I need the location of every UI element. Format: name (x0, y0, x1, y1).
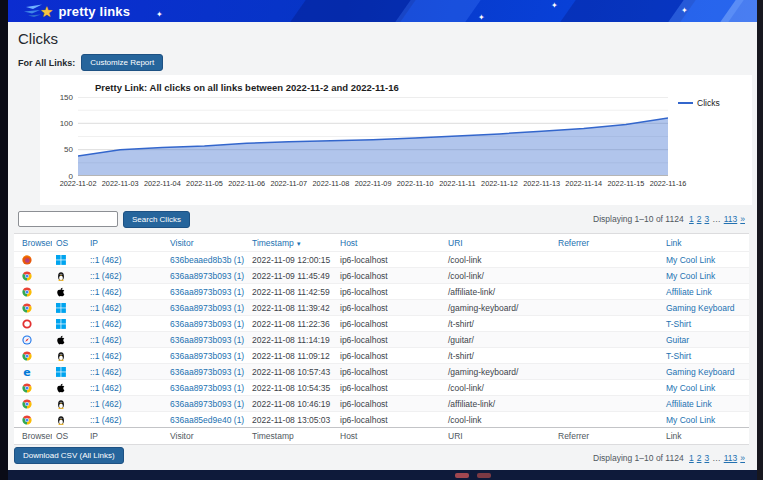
cell-ip[interactable]: ::1 (462) (86, 287, 166, 297)
column-header-os: OS (52, 431, 86, 441)
cell-link[interactable]: T-Shirt (662, 351, 749, 361)
page-link-1[interactable]: 1 (689, 453, 694, 463)
cell-link[interactable]: Gaming Keyboard (662, 367, 749, 377)
cell-ip[interactable]: ::1 (462) (86, 351, 166, 361)
cell-link[interactable]: Gaming Keyboard (662, 303, 749, 313)
column-header-referrer[interactable]: Referrer (554, 238, 662, 248)
next-page-link[interactable]: » (740, 214, 745, 224)
column-header-timestamp[interactable]: Timestamp▼ (248, 238, 336, 248)
chart-x-axis: 2022-11-022022-11-032022-11-042022-11-05… (57, 179, 689, 188)
sort-desc-icon: ▼ (296, 241, 302, 247)
page-link-2[interactable]: 2 (697, 214, 702, 224)
page-link-3[interactable]: 3 (704, 453, 709, 463)
pretty-links-logo: ★ pretty links (24, 2, 130, 20)
cell-visitor[interactable]: 636aa8973b093 (1) (166, 287, 248, 297)
cell-browser (14, 270, 52, 281)
column-header-os[interactable]: OS (52, 238, 86, 248)
cell-link[interactable]: My Cool Link (662, 255, 749, 265)
cell-visitor[interactable]: 636aa8973b093 (1) (166, 319, 248, 329)
cell-ip[interactable]: ::1 (462) (86, 303, 166, 313)
cell-host: ip6-localhost (336, 271, 444, 281)
customize-report-button[interactable]: Customize Report (81, 54, 163, 71)
cell-uri: /affiliate-link/ (444, 287, 554, 297)
cell-host: ip6-localhost (336, 319, 444, 329)
firefox-icon (22, 255, 32, 265)
cell-link[interactable]: My Cool Link (662, 271, 749, 281)
page-link-2[interactable]: 2 (697, 453, 702, 463)
page-link-3[interactable]: 3 (704, 214, 709, 224)
cell-ip[interactable]: ::1 (462) (86, 383, 166, 393)
column-header-uri[interactable]: URI (444, 238, 554, 248)
cell-link[interactable]: Affiliate Link (662, 287, 749, 297)
star-icon: ★ (40, 4, 53, 19)
cell-link[interactable]: Guitar (662, 335, 749, 345)
cell-browser (14, 334, 52, 345)
x-axis-tick: 2022-11-06 (226, 179, 268, 188)
cell-visitor[interactable]: 636aa85ed9e40 (1) (166, 415, 248, 425)
cell-browser (14, 414, 52, 425)
column-header-ip[interactable]: IP (86, 238, 166, 248)
column-header-host[interactable]: Host (336, 238, 444, 248)
cell-ip[interactable]: ::1 (462) (86, 367, 166, 377)
table-row: e::1 (462)636aa8973b093 (1)2022-11-08 10… (14, 363, 749, 379)
cell-visitor[interactable]: 636aa8973b093 (1) (166, 271, 248, 281)
search-clicks-button[interactable]: Search Clicks (123, 211, 190, 228)
cell-link[interactable]: My Cool Link (662, 415, 749, 425)
cell-visitor[interactable]: 636aa8973b093 (1) (166, 303, 248, 313)
cell-visitor[interactable]: 636beaaed8b3b (1) (166, 255, 248, 265)
cell-timestamp: 2022-11-08 10:57:43 (248, 367, 336, 377)
cell-browser: e (14, 366, 52, 377)
cell-visitor[interactable]: 636aa8973b093 (1) (166, 383, 248, 393)
x-axis-tick: 2022-11-02 (57, 179, 99, 188)
cell-ip[interactable]: ::1 (462) (86, 415, 166, 425)
displaying-count: Displaying 1–10 of 1124 (593, 453, 684, 463)
cell-ip[interactable]: ::1 (462) (86, 399, 166, 409)
chrome-icon (22, 415, 32, 425)
cell-timestamp: 2022-11-08 11:39:42 (248, 303, 336, 313)
table-row: ::1 (462)636aa8973b093 (1)2022-11-08 11:… (14, 347, 749, 363)
cell-timestamp: 2022-11-09 11:45:49 (248, 271, 336, 281)
x-axis-tick: 2022-11-05 (183, 179, 225, 188)
cell-link[interactable]: T-Shirt (662, 319, 749, 329)
cell-ip[interactable]: ::1 (462) (86, 255, 166, 265)
chrome-icon (22, 287, 32, 297)
cell-visitor[interactable]: 636aa8973b093 (1) (166, 351, 248, 361)
table-row: ::1 (462)636aa85ed9e40 (1)2022-11-08 13:… (14, 411, 749, 427)
taskbar (0, 470, 763, 480)
cell-browser (14, 318, 52, 329)
cell-ip[interactable]: ::1 (462) (86, 271, 166, 281)
apple-icon (56, 383, 66, 393)
cell-ip[interactable]: ::1 (462) (86, 335, 166, 345)
page-link-1[interactable]: 1 (689, 214, 694, 224)
edge-icon: e (22, 367, 32, 377)
next-page-link[interactable]: » (740, 453, 745, 463)
cell-link[interactable]: Affiliate Link (662, 399, 749, 409)
download-csv-button[interactable]: Download CSV (All Links) (14, 447, 124, 464)
page-title: Clicks (18, 30, 58, 47)
x-axis-tick: 2022-11-12 (478, 179, 520, 188)
page-link-last[interactable]: 113 (724, 214, 738, 224)
cell-host: ip6-localhost (336, 335, 444, 345)
area-chart-svg (78, 97, 668, 176)
chrome-icon (22, 271, 32, 281)
taskbar-item[interactable] (477, 473, 491, 478)
cell-link[interactable]: My Cool Link (662, 383, 749, 393)
cell-visitor[interactable]: 636aa8973b093 (1) (166, 367, 248, 377)
column-header-visitor[interactable]: Visitor (166, 238, 248, 248)
column-header-ip: IP (86, 431, 166, 441)
column-header-link[interactable]: Link (662, 238, 749, 248)
cell-ip[interactable]: ::1 (462) (86, 319, 166, 329)
windows-icon (56, 303, 66, 313)
cell-visitor[interactable]: 636aa8973b093 (1) (166, 399, 248, 409)
column-header-browser[interactable]: Browser (14, 238, 52, 248)
cell-visitor[interactable]: 636aa8973b093 (1) (166, 335, 248, 345)
table-row: ::1 (462)636aa8973b093 (1)2022-11-08 11:… (14, 331, 749, 347)
cell-uri: /guitar/ (444, 335, 554, 345)
page-link-last[interactable]: 113 (724, 453, 738, 463)
cell-uri: /cool-link (444, 255, 554, 265)
column-header-referrer: Referrer (554, 431, 662, 441)
search-input[interactable] (18, 211, 118, 227)
linux-icon (56, 271, 66, 281)
y-axis-tick: 150 (40, 93, 73, 102)
taskbar-item[interactable] (455, 473, 469, 478)
